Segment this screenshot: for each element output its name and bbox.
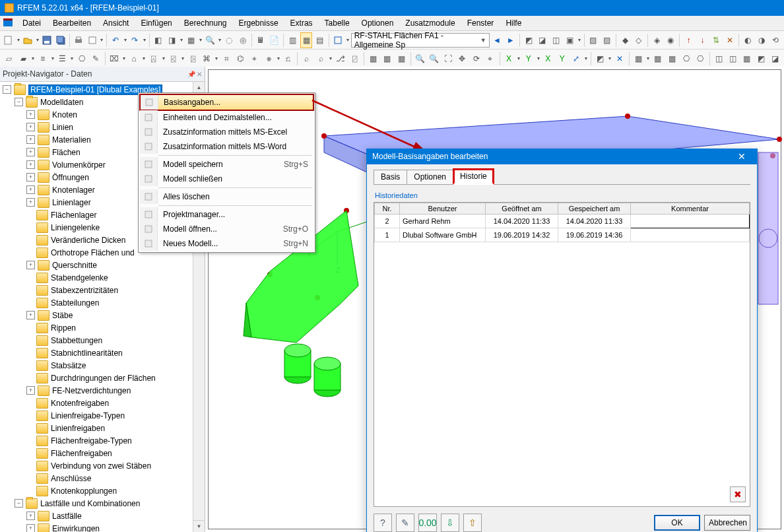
scroll-down-icon[interactable]: ▼ [193,520,205,532]
nav-prev-icon[interactable]: ◄ [491,32,504,48]
tb2-10d[interactable]: ▾ [181,55,185,61]
axis-y-d[interactable]: ▾ [536,55,540,61]
menu-ergebnisse[interactable]: Ergebnisse [234,17,284,29]
menu-tabelle[interactable]: Tabelle [319,17,355,29]
tree-item[interactable]: Flächenfreigabe-Typen [0,434,205,447]
tab-optionen[interactable]: Optionen [407,170,453,184]
tb2-19d[interactable]: ▾ [329,55,333,61]
search-dropdown[interactable]: ▾ [217,37,221,43]
help-button[interactable]: ? [374,514,392,532]
tb2-48-icon[interactable]: ◫ [727,51,739,67]
tool-b-dropdown[interactable]: ▾ [180,37,183,43]
cancel-button[interactable]: Abbrechen [704,515,750,531]
menu-berechnung[interactable]: Berechnung [179,17,232,29]
context-menu-item[interactable]: Projektmanager... [140,207,313,222]
context-menu-item[interactable]: Modell schließen [140,172,313,186]
context-menu-item[interactable]: Modell öffnen... Strg+O [140,222,313,236]
tb2-42d[interactable]: ▾ [646,55,650,61]
tb2-10-icon[interactable]: ⍃ [167,51,180,67]
tb2-05-icon[interactable]: ⎔ [75,51,88,67]
arrow-up-icon[interactable]: ↑ [682,32,695,48]
tb2-14-icon[interactable]: ⌬ [234,51,247,67]
tb2-07d[interactable]: ▾ [122,55,126,61]
undo-dropdown[interactable]: ▾ [123,37,127,43]
cube10-icon[interactable]: ◉ [665,32,677,48]
tree-item[interactable]: +Lastfälle [0,510,205,522]
col-kommentar[interactable]: Kommentar [631,203,750,214]
tb2-22-icon[interactable]: ▦ [367,51,379,67]
cube6-icon[interactable]: ▨ [601,32,613,48]
tb2-43-icon[interactable]: ▦ [651,51,664,67]
context-menu-item[interactable]: Modell speichern Strg+S [140,157,313,172]
axis-y-icon[interactable]: Y [522,51,535,67]
context-menu-item[interactable]: Zusatzinformation mittels MS-Word [140,139,313,154]
calc-icon[interactable]: 🖩 [255,32,267,48]
menu-zusatzmodule[interactable]: Zusatzmodule [400,17,460,29]
pan-icon[interactable]: ✥ [456,51,469,67]
end2-icon[interactable]: ◑ [756,32,768,48]
cube2-icon[interactable]: ◪ [537,32,549,48]
tb2-03-icon[interactable]: ≡ [36,51,49,67]
cube9-icon[interactable]: ◈ [651,32,663,48]
edit-button[interactable]: ✎ [396,514,414,532]
nav-close-icon[interactable]: ✕ [197,71,202,78]
search-icon[interactable]: 🔍 [204,32,216,48]
tree-item[interactable]: Linienfreigabe-Typen [0,409,205,422]
tb2-02-dropdown[interactable]: ▾ [31,55,35,61]
tree-item[interactable]: Knotenkopplungen [0,484,205,497]
new-icon[interactable] [3,32,15,48]
menu-extras[interactable]: Extras [285,17,318,29]
menu-hilfe[interactable]: Hilfe [500,17,527,29]
zoom-in-icon[interactable]: 🔍 [414,51,426,67]
open-icon[interactable] [22,32,34,48]
tb2-41-icon[interactable]: ✕ [613,51,626,67]
tb2-06-icon[interactable]: ✎ [90,51,102,67]
menu-einfuegen[interactable]: Einfügen [135,17,177,29]
redo-icon[interactable]: ↷ [129,32,141,48]
new-dropdown[interactable]: ▾ [16,37,20,43]
history-grid[interactable]: Nr. Benutzer Geöffnet am Gespeichert am … [374,202,750,507]
tb2-18-icon[interactable]: ⌕ [300,51,313,67]
context-menu-item[interactable]: Neues Modell... Strg+N [140,236,313,251]
tb2-42-icon[interactable]: ▦ [632,51,645,67]
undo-icon[interactable]: ↶ [110,32,122,48]
tb2-08-icon[interactable]: ⌂ [127,51,140,67]
table-row[interactable]: 2 Gerhard Rehm 14.04.2020 11:33 14.04.20… [375,214,750,228]
cube5-icon[interactable]: ▧ [587,32,600,48]
tb2-40-icon[interactable]: ◩ [594,51,606,67]
cube8-icon[interactable]: ◇ [633,32,645,48]
tb2-47-icon[interactable]: ◫ [712,51,725,67]
arrow-x-icon[interactable]: ✕ [723,32,736,48]
end1-icon[interactable]: ◐ [742,32,754,48]
context-menu-item[interactable]: Einheiten und Dezimalstellen... [140,110,313,125]
tree-item[interactable]: +Einwirkungen [0,522,205,532]
delete-row-button[interactable]: ✖ [730,486,746,502]
tree-item[interactable]: Rippen [0,321,205,334]
cube4-icon[interactable]: ▣ [564,32,576,48]
box-dropdown[interactable]: ▾ [346,37,350,43]
context-menu-item[interactable]: Basisangaben... [139,94,314,111]
tb2-17-icon[interactable]: ⎌ [282,51,294,67]
nav-pin-icon[interactable]: 📌 [187,71,195,78]
menu-ansicht[interactable]: Ansicht [98,17,134,29]
tb2-09d[interactable]: ▾ [161,55,165,61]
tree-item[interactable]: Stabteilungen [0,296,205,309]
save-all-icon[interactable] [54,32,67,48]
context-menu-item[interactable]: Alles löschen [140,189,313,204]
col-benutzer[interactable]: Benutzer [400,203,486,214]
col-nr[interactable]: Nr. [375,203,400,214]
tb2-24-icon[interactable]: ▦ [395,51,407,67]
tool-b-icon[interactable]: ◨ [166,32,178,48]
tb2-12-icon[interactable]: ⌘ [201,51,213,67]
tb2-13-icon[interactable]: ⌗ [220,51,232,67]
tab-historie[interactable]: Historie [453,168,494,185]
axis-x-d[interactable]: ▾ [517,55,521,61]
menu-fenster[interactable]: Fenster [462,17,500,29]
tb2-08d[interactable]: ▾ [142,55,146,61]
tb2-30-icon[interactable]: ⌖ [484,51,496,67]
arrow-dn-icon[interactable]: ↓ [696,32,709,48]
tree-item[interactable]: Stabexzentrizitäten [0,284,205,296]
tree-item[interactable]: +FE-Netzverdichtungen [0,384,205,397]
tb2-12d[interactable]: ▾ [214,55,218,61]
tb2-03-dropdown[interactable]: ▾ [50,55,54,61]
